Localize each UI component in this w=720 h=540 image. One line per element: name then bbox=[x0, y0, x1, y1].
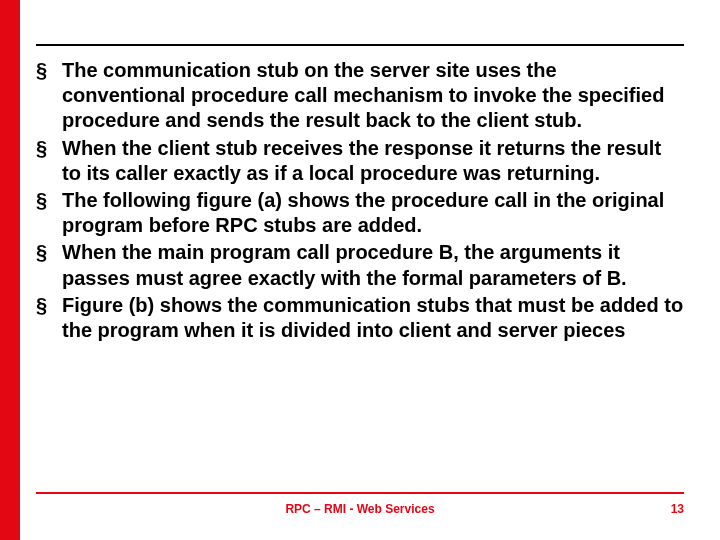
bullet-text: When the client stub receives the respon… bbox=[62, 137, 661, 184]
list-item: When the main program call procedure B, … bbox=[36, 240, 684, 290]
bottom-divider bbox=[36, 492, 684, 494]
list-item: When the client stub receives the respon… bbox=[36, 136, 684, 186]
top-divider bbox=[36, 44, 684, 46]
slide-footer: RPC – RMI - Web Services 13 bbox=[36, 502, 684, 522]
bullet-text: When the main program call procedure B, … bbox=[62, 241, 627, 288]
page-number: 13 bbox=[671, 502, 684, 516]
footer-title: RPC – RMI - Web Services bbox=[36, 502, 684, 516]
slide-content: The communication stub on the server sit… bbox=[36, 58, 684, 482]
bullet-text: Figure (b) shows the communication stubs… bbox=[62, 294, 683, 341]
bullet-list: The communication stub on the server sit… bbox=[36, 58, 684, 343]
bullet-text: The communication stub on the server sit… bbox=[62, 59, 664, 131]
list-item: Figure (b) shows the communication stubs… bbox=[36, 293, 684, 343]
list-item: The following figure (a) shows the proce… bbox=[36, 188, 684, 238]
accent-sidebar bbox=[0, 0, 20, 540]
bullet-text: The following figure (a) shows the proce… bbox=[62, 189, 664, 236]
list-item: The communication stub on the server sit… bbox=[36, 58, 684, 134]
